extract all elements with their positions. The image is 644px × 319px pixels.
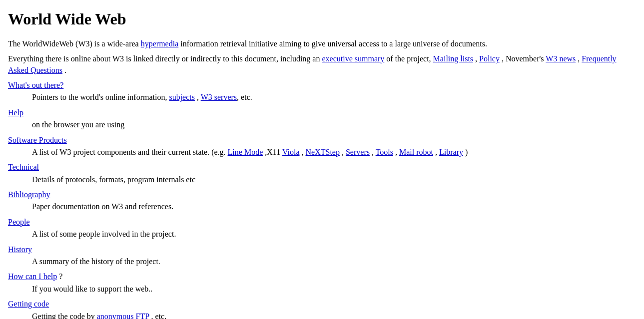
intro2-mid-text: of the project, [386,54,433,63]
servers-link[interactable]: Servers [346,148,370,156]
section-people: People A list of some people involved in… [8,217,636,240]
section-getting-code: Getting code Getting the code by anonymo… [8,299,636,319]
intro-paragraph-2: Everything there is online about W3 is l… [8,53,636,76]
getting-code-desc: Getting the code by anonymous FTP , etc. [32,311,636,319]
intro1-cont-text: information retrieval initiative aiming … [180,39,487,48]
intro2-comma: , [475,54,479,63]
mail-robot-link[interactable]: Mail robot [399,148,433,156]
line-mode-link[interactable]: Line Mode [228,148,263,156]
technical-link[interactable]: Technical [8,162,636,173]
software-products-link[interactable]: Software Products [8,135,636,146]
software-products-desc: A list of W3 project components and thei… [32,147,636,158]
section-bibliography: Bibliography Paper documentation on W3 a… [8,189,636,213]
people-link[interactable]: People [8,217,636,228]
sections-container: What's out there? Pointers to the world'… [8,80,636,319]
anonymous-ftp-link[interactable]: anonymous FTP [97,312,149,319]
how-can-i-help-link[interactable]: How can I help [8,272,57,281]
whats-out-there-desc: Pointers to the world's online informati… [32,92,636,103]
technical-desc: Details of protocols, formats, program i… [32,174,636,185]
help-link[interactable]: Help [8,107,636,118]
bibliography-desc: Paper documentation on W3 and references… [32,201,636,212]
policy-link[interactable]: Policy [479,54,500,63]
people-desc: A list of some people involved in the pr… [32,229,636,240]
nextstep-link[interactable]: NeXTStep [306,148,340,156]
library-link[interactable]: Library [439,148,463,156]
hypermedia-link[interactable]: hypermedia [141,39,179,48]
history-link[interactable]: History [8,244,636,255]
intro1-text: The WorldWideWeb (W3) is a wide-area [8,39,139,48]
viola-link[interactable]: Viola [282,148,300,156]
w3-news-link[interactable]: W3 news [546,54,576,63]
intro-paragraph-1: The WorldWideWeb (W3) is a wide-area hyp… [8,38,636,49]
w3-servers-link[interactable]: W3 servers [201,93,237,101]
mailing-lists-link[interactable]: Mailing lists [433,54,473,63]
how-can-i-help-suffix: ? [59,272,62,281]
getting-code-link[interactable]: Getting code [8,299,636,310]
section-history: History A summary of the history of the … [8,244,636,268]
how-can-i-help-desc: If you would like to support the web.. [32,284,636,295]
section-technical: Technical Details of protocols, formats,… [8,162,636,185]
page-title: World Wide Web [8,8,636,30]
whats-out-there-link[interactable]: What's out there? [8,80,636,91]
intro2-final-text: . [64,66,66,74]
intro2-start-text: Everything there is online about W3 is l… [8,54,320,63]
executive-summary-link[interactable]: executive summary [322,54,384,63]
help-desc: on the browser you are using [32,119,636,130]
section-how-can-i-help: How can I help ? If you would like to su… [8,271,636,295]
tools-link[interactable]: Tools [376,148,393,156]
intro2-end-text: , November's [502,54,546,63]
subjects-link[interactable]: subjects [169,93,195,101]
how-can-i-help-wrapper: How can I help ? [8,271,636,282]
section-software-products: Software Products A list of W3 project c… [8,135,636,158]
section-whats-out-there: What's out there? Pointers to the world'… [8,80,636,103]
history-desc: A summary of the history of the project. [32,256,636,267]
bibliography-link[interactable]: Bibliography [8,189,636,200]
section-help: Help on the browser you are using [8,107,636,131]
